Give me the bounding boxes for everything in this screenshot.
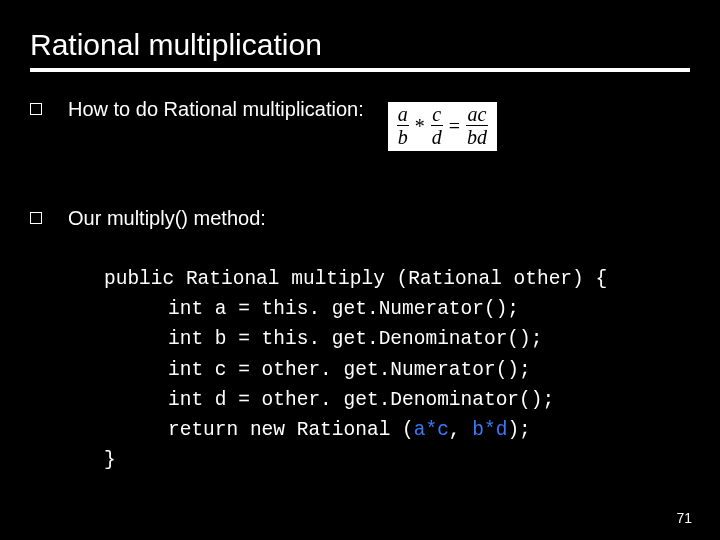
fraction-c-over-d: c d [431,104,443,147]
code-line-1: public Rational multiply (Rational other… [104,268,607,290]
bullet-item-2: Our multiply() method: [30,207,690,230]
denominator-d: d [431,127,443,147]
rational-multiplication-formula: a b * c d = ac bd [388,102,497,151]
denominator-b: b [397,127,409,147]
code-comma: , [449,419,472,441]
denominator-bd: bd [466,127,488,147]
square-bullet-icon [30,212,42,224]
code-line-3: int b = this. get.Denominator(); [104,324,542,354]
code-line-4: int c = other. get.Numerator(); [104,355,531,385]
bullet-text-2: Our multiply() method: [68,207,266,230]
code-line-6: return new Rational (a*c, b*d); [104,415,531,445]
numerator-c: c [431,104,442,124]
code-line-2: int a = this. get.Numerator(); [104,294,519,324]
code-expr-ac: a*c [414,419,449,441]
bullet-text-1: How to do Rational multiplication: [68,98,364,121]
equals-operator: = [449,116,460,136]
fraction-a-over-b: a b [397,104,409,147]
square-bullet-icon [30,103,42,115]
times-operator: * [415,116,425,136]
code-return-prefix: return new Rational ( [168,419,414,441]
code-return-suffix: ); [507,419,530,441]
slide: Rational multiplication How to do Ration… [0,0,720,540]
numerator-ac: ac [467,104,488,124]
code-expr-bd: b*d [472,419,507,441]
code-line-7: } [104,449,116,471]
page-number: 71 [676,510,692,526]
code-line-5: int d = other. get.Denominator(); [104,385,554,415]
numerator-a: a [397,104,409,124]
slide-title: Rational multiplication [30,28,690,62]
bullet-item-1: How to do Rational multiplication: a b *… [30,98,690,147]
fraction-ac-over-bd: ac bd [466,104,488,147]
code-block: public Rational multiply (Rational other… [104,264,690,476]
title-underline [30,68,690,72]
